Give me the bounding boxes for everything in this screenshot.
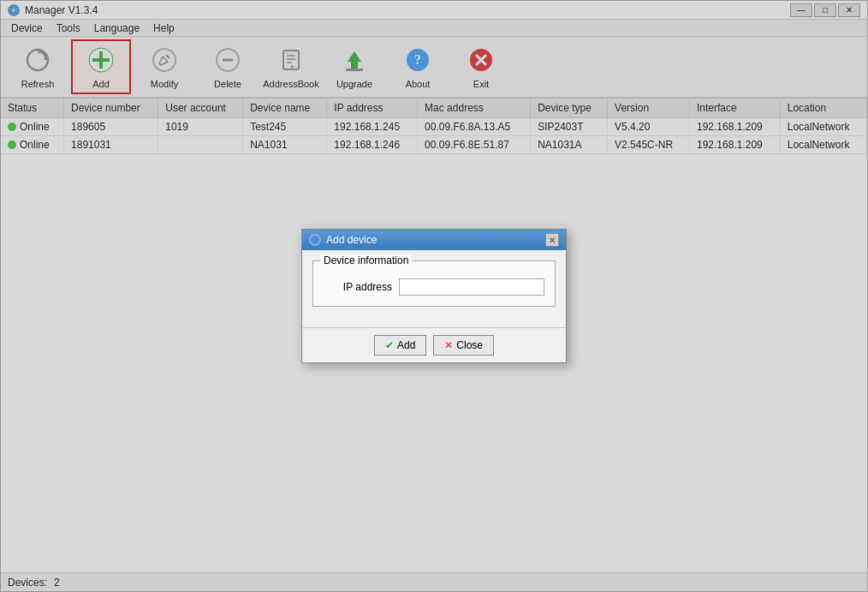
modal-title: Add device	[326, 234, 540, 246]
modal-close-button[interactable]: ✕ Close	[433, 335, 494, 356]
modal-close-x-button[interactable]: ✕	[545, 233, 559, 247]
main-window: Manager V1.3.4 — □ ✕ Device Tools Langua…	[0, 0, 868, 592]
modal-add-label: Add	[397, 339, 415, 351]
device-info-section: Device information IP address	[312, 260, 556, 307]
ip-address-input[interactable]	[399, 278, 544, 296]
ip-address-row: IP address	[324, 278, 544, 296]
modal-footer: ✔ Add ✕ Close	[302, 327, 566, 362]
modal-overlay: Add device ✕ Device information IP addre…	[1, 1, 867, 591]
add-check-icon: ✔	[385, 339, 394, 351]
ip-address-form-label: IP address	[324, 281, 392, 293]
modal-titlebar: Add device ✕	[302, 230, 566, 250]
modal-close-label: Close	[456, 339, 483, 351]
modal-add-button[interactable]: ✔ Add	[374, 335, 426, 356]
modal-body: Device information IP address	[302, 250, 566, 327]
close-x-icon: ✕	[444, 339, 453, 351]
add-device-modal: Add device ✕ Device information IP addre…	[301, 229, 567, 363]
modal-icon	[309, 234, 321, 246]
svg-point-22	[312, 236, 318, 243]
device-info-label: Device information	[320, 254, 412, 266]
